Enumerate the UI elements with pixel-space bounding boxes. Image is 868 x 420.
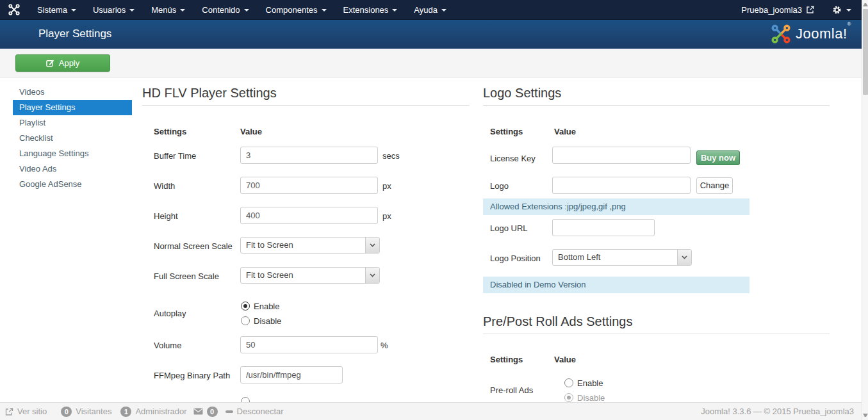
menu-label: Menús bbox=[151, 5, 176, 15]
selected-value: Fit to Screen bbox=[241, 268, 365, 283]
chevron-down-icon bbox=[244, 9, 249, 12]
chevron-down-icon bbox=[180, 9, 185, 12]
external-link-icon bbox=[807, 6, 814, 13]
menu-menus[interactable]: Menús bbox=[143, 0, 193, 19]
scrollbar-thumb[interactable] bbox=[863, 9, 868, 95]
autoplay-enable-label: Enable bbox=[254, 302, 279, 311]
logo-url-input[interactable] bbox=[552, 219, 655, 236]
chevron-down-icon bbox=[677, 250, 691, 265]
edit-icon bbox=[46, 59, 54, 67]
apply-button[interactable]: Apply bbox=[15, 54, 110, 72]
logo-position-label: Logo Position bbox=[490, 254, 541, 263]
version-credit: Joomla! 3.3.6 — © 2015 Prueba_joomla3 bbox=[701, 407, 868, 416]
height-input[interactable] bbox=[240, 207, 378, 224]
registered-mark: ® bbox=[848, 21, 851, 27]
volume-label: Volume bbox=[154, 341, 181, 350]
allowed-extensions-note: Allowed Extensions :jpg/jpeg,gif ,png bbox=[483, 198, 749, 215]
joomla-wordmark: Joomla!® bbox=[796, 26, 851, 42]
menu-label: Usuarios bbox=[93, 5, 126, 15]
preroll-disable-radio[interactable] bbox=[564, 393, 573, 402]
ffmpeg-path-label: FFMpeg Binary Path bbox=[154, 371, 230, 380]
buffer-time-input[interactable] bbox=[240, 147, 378, 164]
divider bbox=[483, 105, 830, 106]
chevron-down-icon bbox=[129, 9, 135, 12]
preroll-ads-label: Pre-roll Ads bbox=[490, 385, 533, 395]
change-button[interactable]: Change bbox=[696, 177, 733, 194]
toolbar: Apply bbox=[0, 49, 868, 78]
joomla-symbol-icon bbox=[8, 4, 20, 15]
chevron-down-icon bbox=[71, 9, 76, 12]
autoplay-enable-radio[interactable] bbox=[241, 302, 250, 311]
top-navbar: Sistema Usuarios Menús Contenido Compone… bbox=[0, 0, 868, 19]
menu-label: Componentes bbox=[266, 5, 318, 15]
logo-label: Logo bbox=[490, 181, 509, 191]
license-key-input[interactable] bbox=[552, 147, 691, 164]
logo-url-label: Logo URL bbox=[490, 223, 528, 233]
sidebar-item-google-adsense[interactable]: Google AdSense bbox=[13, 177, 132, 192]
apply-label: Apply bbox=[59, 58, 80, 68]
sidebar-item-videos[interactable]: Videos bbox=[13, 85, 132, 100]
chevron-down-icon bbox=[365, 268, 379, 283]
sidebar-item-player-settings[interactable]: Player Settings bbox=[13, 100, 132, 115]
selected-value: Fit to Screen bbox=[241, 238, 365, 253]
visitors-badge: 0 bbox=[61, 407, 72, 417]
value-column-header: Value bbox=[554, 355, 576, 364]
menu-label: Extensiones bbox=[343, 5, 389, 15]
menu-contenido[interactable]: Contenido bbox=[193, 0, 257, 19]
menu-label: Sistema bbox=[37, 5, 67, 15]
selected-value: Bottom Left bbox=[553, 250, 677, 265]
sidebar-item-playlist[interactable]: Playlist bbox=[13, 115, 132, 131]
chevron-down-icon bbox=[441, 9, 446, 12]
menu-componentes[interactable]: Componentes bbox=[258, 0, 335, 19]
width-input[interactable] bbox=[240, 177, 378, 194]
sidebar-item-language-settings[interactable]: Language Settings bbox=[13, 146, 132, 161]
menu-sistema[interactable]: Sistema bbox=[29, 0, 85, 19]
page-header: Player Settings Joomla!® bbox=[0, 19, 868, 49]
admins-label: Administrador bbox=[135, 407, 186, 416]
divider bbox=[483, 334, 830, 334]
messages-icon bbox=[193, 408, 203, 415]
width-label: Width bbox=[154, 181, 175, 191]
full-screen-scale-select[interactable]: Fit to Screen bbox=[240, 267, 380, 284]
preroll-enable-radio[interactable] bbox=[564, 378, 573, 387]
logo-position-select[interactable]: Bottom Left bbox=[552, 249, 692, 266]
divider bbox=[142, 105, 470, 106]
volume-input[interactable] bbox=[240, 336, 378, 353]
buffer-time-unit: secs bbox=[382, 151, 400, 161]
chevron-down-icon bbox=[392, 9, 397, 12]
gear-icon bbox=[832, 5, 842, 15]
ffmpeg-path-input[interactable] bbox=[240, 366, 343, 384]
page-title: Player Settings bbox=[38, 28, 111, 40]
admin-options-menu[interactable] bbox=[832, 5, 851, 15]
main-menu: Sistema Usuarios Menús Contenido Compone… bbox=[29, 0, 455, 19]
buy-now-button[interactable]: Buy now bbox=[696, 150, 740, 165]
sidebar-item-video-ads[interactable]: Video Ads bbox=[13, 161, 132, 177]
site-preview-link[interactable]: Prueba_joomla3 bbox=[741, 5, 814, 15]
normal-screen-scale-select[interactable]: Fit to Screen bbox=[240, 237, 380, 254]
settings-column-header: Settings bbox=[154, 127, 186, 136]
demo-disabled-note: Disabled in Demo Version bbox=[483, 277, 749, 293]
menu-usuarios[interactable]: Usuarios bbox=[85, 0, 143, 19]
scroll-up-arrow-icon[interactable] bbox=[863, 3, 868, 6]
chevron-down-icon bbox=[322, 9, 327, 12]
sidebar-item-checklist[interactable]: Checklist bbox=[13, 131, 132, 146]
menu-label: Ayuda bbox=[414, 5, 438, 15]
view-site-link[interactable]: Ver sitio bbox=[17, 407, 47, 416]
site-name: Prueba_joomla3 bbox=[741, 5, 802, 15]
logo-input[interactable] bbox=[552, 177, 691, 194]
preroll-disable-label: Disable bbox=[577, 393, 605, 403]
preroll-enable-label: Enable bbox=[577, 378, 603, 388]
menu-extensiones[interactable]: Extensiones bbox=[335, 0, 406, 19]
messages-badge: 0 bbox=[207, 407, 218, 417]
admins-badge: 1 bbox=[120, 407, 131, 417]
vertical-scrollbar[interactable] bbox=[862, 0, 868, 420]
scroll-down-arrow-icon[interactable] bbox=[863, 414, 868, 417]
value-column-header: Value bbox=[554, 127, 576, 136]
menu-ayuda[interactable]: Ayuda bbox=[405, 0, 455, 19]
settings-sidebar: Videos Player Settings Playlist Checklis… bbox=[13, 85, 132, 192]
autoplay-disable-radio[interactable] bbox=[241, 316, 250, 325]
buffer-time-label: Buffer Time bbox=[154, 151, 196, 161]
height-unit: px bbox=[382, 211, 391, 221]
logout-link[interactable]: Desconectar bbox=[237, 407, 284, 416]
settings-column-header: Settings bbox=[490, 355, 523, 364]
